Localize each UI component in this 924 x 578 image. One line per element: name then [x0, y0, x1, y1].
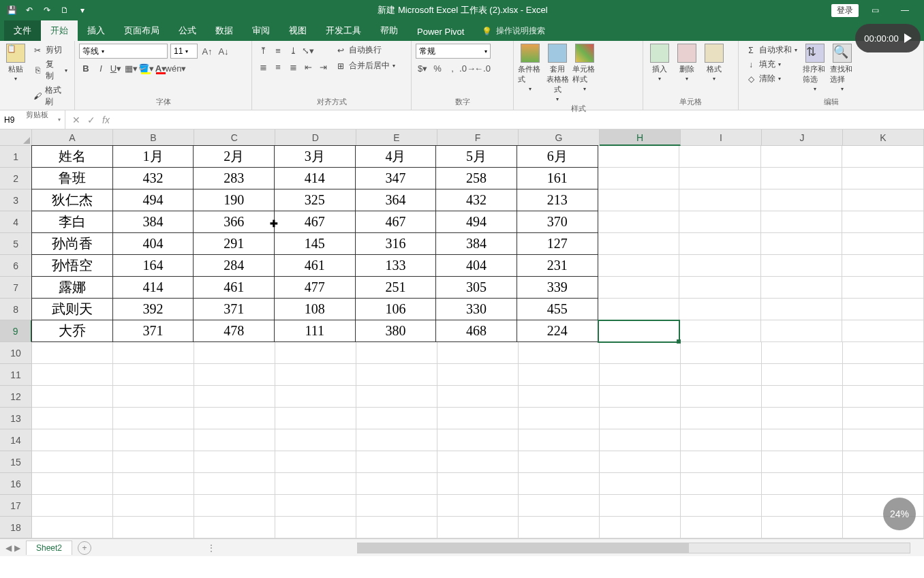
fill-button[interactable]: ↓填充 ▾ — [743, 58, 800, 71]
cell[interactable] — [761, 168, 843, 189]
cell[interactable] — [437, 364, 519, 386]
cell[interactable] — [275, 473, 356, 495]
cell[interactable] — [113, 495, 194, 517]
cell[interactable] — [194, 429, 275, 451]
cell[interactable] — [32, 386, 113, 408]
column-header[interactable]: K — [843, 130, 924, 146]
cell[interactable] — [842, 277, 924, 299]
cell[interactable] — [356, 517, 437, 538]
cell[interactable] — [437, 408, 519, 429]
row-header[interactable]: 17 — [0, 495, 32, 517]
cell[interactable] — [600, 473, 681, 495]
spreadsheet-grid[interactable]: ABCDEFGHIJK 1姓名1月2月3月4月5月6月2鲁班4322834143… — [0, 130, 924, 538]
cell[interactable] — [356, 451, 437, 473]
decrease-decimal-icon[interactable]: ←.0 — [476, 61, 489, 75]
cell[interactable] — [761, 233, 843, 255]
cell[interactable] — [679, 211, 761, 233]
cell[interactable] — [681, 473, 762, 495]
cell[interactable]: 6月 — [517, 145, 598, 168]
cell[interactable] — [679, 255, 761, 277]
cell[interactable] — [113, 429, 194, 451]
login-button[interactable]: 登录 — [831, 4, 859, 17]
ribbon-options-icon[interactable]: ▭ — [861, 1, 889, 20]
cell[interactable] — [679, 233, 761, 255]
cell[interactable] — [598, 255, 680, 277]
column-header[interactable]: E — [356, 130, 437, 146]
undo-icon[interactable]: ↶ — [22, 3, 37, 18]
cell[interactable] — [519, 364, 600, 386]
paste-button[interactable]: 📋 粘贴 ▾ — [4, 44, 27, 82]
merge-center-button[interactable]: ⊞合并后居中 ▾ — [333, 59, 398, 72]
column-header[interactable]: I — [681, 130, 762, 146]
cell[interactable] — [194, 451, 275, 473]
play-icon[interactable] — [904, 33, 912, 43]
cell[interactable] — [113, 386, 194, 408]
cell[interactable] — [275, 517, 356, 538]
font-name-select[interactable]: 等线▾ — [79, 44, 168, 59]
cell[interactable] — [681, 429, 762, 451]
cell[interactable] — [113, 451, 194, 473]
cell[interactable] — [598, 299, 680, 320]
tab-insert[interactable]: 插入 — [78, 20, 114, 41]
cell[interactable]: 231 — [517, 254, 598, 277]
clear-button[interactable]: ◇清除 ▾ — [743, 72, 800, 85]
cell[interactable]: 106 — [355, 298, 437, 320]
zoom-badge[interactable]: 24% — [883, 498, 916, 530]
cell[interactable] — [275, 342, 356, 364]
cell[interactable]: 5月 — [435, 145, 517, 168]
horizontal-scrollbar[interactable] — [357, 543, 910, 553]
cell[interactable] — [600, 451, 681, 473]
align-middle-icon[interactable]: ≡ — [271, 44, 285, 57]
fill-color-button[interactable]: 🪣▾ — [139, 61, 153, 75]
cancel-formula-icon[interactable]: ✕ — [70, 115, 83, 125]
italic-button[interactable]: I — [94, 61, 108, 75]
cell[interactable] — [437, 473, 519, 495]
cell[interactable] — [761, 277, 843, 299]
cell[interactable]: 339 — [517, 276, 598, 299]
screen-recorder-widget[interactable]: 00:00:00 — [855, 24, 921, 52]
find-select-button[interactable]: 🔍查找和选择▾ — [830, 44, 854, 92]
cell[interactable] — [843, 386, 924, 408]
cell[interactable] — [762, 386, 843, 408]
copy-button[interactable]: ⎘复制 ▾ — [29, 58, 70, 82]
cell[interactable]: 1月 — [112, 145, 194, 168]
column-header[interactable]: J — [762, 130, 843, 146]
cell[interactable] — [600, 517, 681, 538]
cell[interactable] — [843, 408, 924, 429]
cell[interactable]: 330 — [435, 298, 517, 320]
cell[interactable] — [194, 364, 275, 386]
insert-cells-button[interactable]: 插入▾ — [647, 44, 672, 82]
cell[interactable]: 494 — [435, 211, 517, 233]
tab-file[interactable]: 文件 — [4, 20, 41, 41]
print-preview-icon[interactable]: 🗋 — [57, 3, 72, 18]
cell[interactable]: 392 — [112, 298, 194, 320]
cell[interactable] — [600, 408, 681, 429]
cell[interactable]: 283 — [193, 167, 275, 189]
cell[interactable] — [519, 517, 600, 538]
cell[interactable]: 325 — [274, 189, 356, 211]
font-size-select[interactable]: 11▾ — [170, 44, 198, 59]
cell[interactable] — [519, 429, 600, 451]
row-header[interactable]: 8 — [0, 299, 32, 320]
cell[interactable]: 468 — [435, 320, 517, 342]
sheet-nav-prev-icon[interactable]: ◀ — [5, 543, 12, 553]
cell[interactable] — [32, 473, 113, 495]
cell[interactable] — [681, 386, 762, 408]
cell[interactable]: 370 — [517, 211, 598, 233]
cell[interactable]: 213 — [517, 189, 598, 211]
cell[interactable] — [437, 386, 519, 408]
cell[interactable] — [842, 255, 924, 277]
cell[interactable] — [194, 386, 275, 408]
cell[interactable]: 414 — [112, 276, 194, 299]
cell[interactable]: 164 — [112, 254, 194, 277]
conditional-format-button[interactable]: 条件格式▾ — [518, 44, 542, 92]
cell[interactable]: 姓名 — [31, 145, 113, 168]
cell-styles-button[interactable]: 单元格样式▾ — [572, 44, 597, 92]
align-right-icon[interactable]: ≣ — [286, 60, 300, 74]
cell[interactable] — [600, 429, 681, 451]
row-header[interactable]: 11 — [0, 364, 32, 386]
cell[interactable]: 380 — [355, 320, 437, 342]
cell[interactable] — [194, 495, 275, 517]
cell[interactable] — [113, 408, 194, 429]
cell[interactable] — [842, 189, 924, 211]
